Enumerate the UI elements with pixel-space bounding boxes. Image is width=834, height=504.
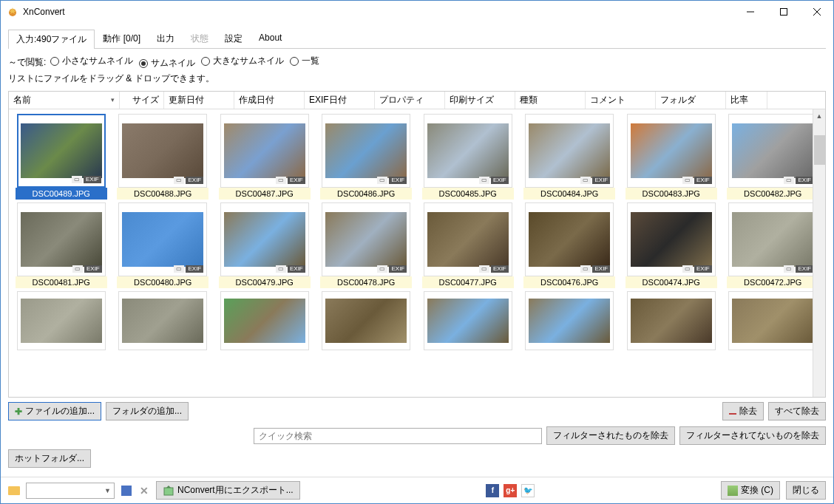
thumbnail-item[interactable]: ▭EXIFDSC00485.JPG: [417, 112, 519, 201]
thumbnail-image: [224, 299, 305, 343]
column-header-4[interactable]: EXIF日付: [305, 92, 375, 109]
thumbnail-item[interactable]: [10, 290, 112, 352]
twitter-icon[interactable]: 🐦: [521, 484, 535, 497]
thumbnail-item[interactable]: [417, 290, 519, 352]
image-badge-icon: ▭: [784, 265, 794, 273]
thumbnail-item[interactable]: ▭EXIFDSC00482.JPG: [722, 112, 824, 201]
exif-badge: EXIF: [796, 177, 813, 184]
thumbnail-item[interactable]: ▭EXIFDSC00483.JPG: [620, 112, 722, 201]
thumbnail-filename: DSC00481.JPG: [16, 276, 107, 288]
thumbnail-image: [21, 299, 102, 343]
thumbnail-image: [529, 123, 610, 178]
tab-3: 状態: [183, 29, 217, 48]
thumbnail-item[interactable]: ▭EXIFDSC00476.JPG: [519, 201, 621, 290]
tab-4[interactable]: 設定: [217, 29, 251, 48]
image-badge-icon: ▭: [72, 176, 82, 183]
image-badge-icon: ▭: [276, 177, 286, 184]
image-badge-icon: ▭: [580, 177, 591, 184]
preset-combo[interactable]: ▼: [26, 483, 115, 499]
column-header-0[interactable]: 名前▾: [9, 92, 120, 109]
column-header-3[interactable]: 作成日付: [234, 92, 305, 109]
column-header-9[interactable]: フォルダ: [656, 92, 726, 109]
close-app-button[interactable]: 閉じる: [786, 481, 826, 500]
thumbnail-item[interactable]: [214, 290, 316, 352]
thumbnail-filename: DSC00487.JPG: [219, 188, 311, 200]
column-header-1[interactable]: サイズ: [120, 92, 164, 109]
thumbnail-item[interactable]: ▭EXIFDSC00472.JPG: [722, 201, 824, 290]
thumbnail-item[interactable]: [519, 290, 621, 352]
tab-1[interactable]: 動作 [0/0]: [95, 29, 149, 48]
remove-not-filtered-button[interactable]: フィルターされてないものを除去: [679, 426, 826, 445]
thumbnail-item[interactable]: [112, 290, 214, 352]
minimize-button[interactable]: [733, 1, 767, 23]
thumbnail-item[interactable]: ▭EXIFDSC00477.JPG: [417, 201, 519, 290]
exif-badge: EXIF: [389, 177, 407, 184]
column-header-6[interactable]: 印刷サイズ: [445, 92, 515, 109]
facebook-icon[interactable]: f: [486, 484, 499, 497]
image-badge-icon: ▭: [174, 265, 184, 273]
save-icon[interactable]: [121, 485, 132, 497]
view-option-3[interactable]: 一覧: [290, 55, 319, 67]
tab-bar: 入力:490ファイル動作 [0/0]出力状態設定About: [8, 29, 826, 49]
tab-0[interactable]: 入力:490ファイル: [8, 30, 95, 49]
add-files-button[interactable]: ✚ファイルの追加...: [8, 402, 101, 420]
thumbnail-item[interactable]: ▭EXIFDSC00479.JPG: [214, 201, 316, 290]
column-header-10[interactable]: 比率: [726, 92, 767, 109]
chevron-down-icon: ▼: [104, 487, 111, 494]
view-option-1[interactable]: サムネイル: [139, 57, 195, 69]
hot-folder-button[interactable]: ホットフォルダ...: [8, 449, 91, 468]
thumbnail-item[interactable]: ▭EXIFDSC00487.JPG: [214, 112, 316, 201]
thumbnail-image: [427, 299, 509, 343]
thumbnail-item[interactable]: ▭EXIFDSC00486.JPG: [316, 112, 418, 201]
exif-badge: EXIF: [491, 265, 509, 273]
exif-badge: EXIF: [389, 265, 407, 273]
remove-button[interactable]: 除去: [722, 402, 764, 420]
thumbnail-item[interactable]: [316, 290, 418, 352]
add-folder-button[interactable]: フォルダの追加...: [106, 402, 189, 420]
thumbnail-image: [631, 123, 712, 178]
column-header-8[interactable]: コメント: [586, 92, 656, 109]
column-header-5[interactable]: プロパティ: [375, 92, 445, 109]
close-button[interactable]: [800, 1, 833, 23]
thumbnail-filename: DSC00480.JPG: [117, 276, 208, 288]
view-option-0[interactable]: 小さなサムネイル: [50, 55, 133, 67]
scroll-thumb[interactable]: [814, 135, 825, 165]
thumbnail-image: [631, 299, 712, 343]
column-header-7[interactable]: 種類: [515, 92, 586, 109]
vertical-scrollbar[interactable]: ▲: [813, 109, 825, 397]
thumbnail-filename: DSC00484.JPG: [523, 188, 615, 200]
thumbnail-item[interactable]: [722, 290, 824, 352]
image-badge-icon: ▭: [377, 265, 387, 273]
scroll-up-icon[interactable]: ▲: [813, 109, 825, 122]
image-badge-icon: ▭: [682, 177, 693, 184]
thumbnail-item[interactable]: ▭EXIFDSC00481.JPG: [10, 201, 112, 290]
thumbnail-filename: DSC00472.JPG: [727, 276, 818, 288]
remove-filtered-button[interactable]: フィルターされたものを除去: [546, 426, 675, 445]
image-badge-icon: ▭: [580, 265, 591, 273]
thumbnail-image: [224, 212, 305, 267]
convert-button[interactable]: 変換 (C): [721, 481, 780, 500]
open-folder-icon[interactable]: [8, 485, 20, 497]
maximize-button[interactable]: [767, 1, 800, 23]
thumbnail-image: [732, 123, 813, 178]
thumbnail-filename: DSC00482.JPG: [727, 188, 818, 200]
thumbnail-image: [325, 212, 407, 267]
quick-search-input[interactable]: [254, 428, 542, 444]
thumbnail-item[interactable]: ▭EXIFDSC00488.JPG: [112, 112, 214, 201]
view-option-2[interactable]: 大きなサムネイル: [201, 55, 284, 67]
tab-2[interactable]: 出力: [149, 29, 183, 48]
thumbnail-filename: DSC00479.JPG: [219, 276, 311, 288]
thumbnail-item[interactable]: ▭EXIFDSC00489.JPG: [10, 112, 112, 201]
googleplus-icon[interactable]: g+: [504, 484, 517, 497]
thumbnail-item[interactable]: [620, 290, 722, 352]
delete-icon[interactable]: ✕: [138, 485, 150, 497]
image-badge-icon: ▭: [377, 177, 387, 184]
thumbnail-item[interactable]: ▭EXIFDSC00484.JPG: [519, 112, 621, 201]
thumbnail-item[interactable]: ▭EXIFDSC00480.JPG: [112, 201, 214, 290]
thumbnail-item[interactable]: ▭EXIFDSC00474.JPG: [620, 201, 722, 290]
export-nconvert-button[interactable]: NConvert用にエクスポート...: [156, 481, 300, 500]
column-header-2[interactable]: 更新日付: [164, 92, 234, 109]
remove-all-button[interactable]: すべて除去: [768, 402, 826, 420]
thumbnail-item[interactable]: ▭EXIFDSC00478.JPG: [316, 201, 418, 290]
tab-5[interactable]: About: [251, 29, 290, 48]
